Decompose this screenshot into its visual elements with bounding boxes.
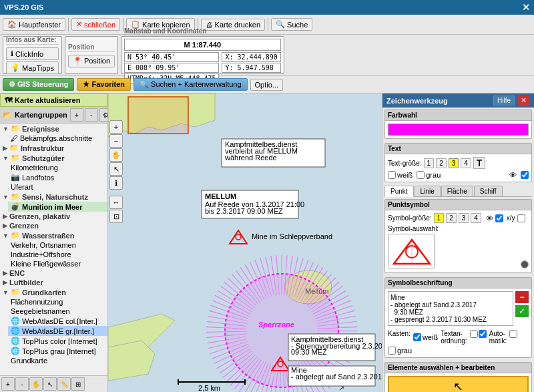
sidebar-item-topplus-color[interactable]: 🌐 TopPlus color [Internet]: [8, 336, 107, 346]
sidebar-item-schutzgueter[interactable]: ▼ 📁 Schutzgüter: [0, 153, 107, 163]
textan-cb2[interactable]: [479, 330, 487, 338]
sidebar-item-bekaempfgs[interactable]: 🖊 Bekämpfgs.abschnitte: [8, 134, 107, 143]
optionen-btn[interactable]: Optio...: [250, 79, 283, 91]
kasten-grau-cb[interactable]: [388, 347, 396, 355]
desc-delete-btn[interactable]: −: [515, 291, 529, 303]
sidebar-item-grenzen[interactable]: ▶ Grenzen: [0, 221, 107, 230]
add-group-btn[interactable]: +: [70, 108, 83, 122]
color-swatch[interactable]: [388, 124, 529, 136]
sidebar-item-grenzen-plakativ[interactable]: ▶ Grenzen, plakativ: [0, 212, 107, 221]
favoriten-btn[interactable]: ★ Favoriten: [77, 78, 131, 91]
refresh-btn[interactable]: 🗺 Karte aktualisieren: [0, 93, 107, 107]
sidebar-tree: ▼ 📁 Ereignisse 🖊 Bekämpfgs.abschnitte ▶ …: [0, 124, 107, 375]
tab-schiff[interactable]: Schiff: [474, 186, 503, 196]
position-btn[interactable]: 📍 Position: [68, 55, 115, 67]
sidebar-item-flaechennutzung[interactable]: Flächennutzung: [8, 297, 107, 307]
sidebar-item-kleine-fliess[interactable]: Kleine Fließgewässer: [8, 259, 107, 268]
sidebar-item-infrastruktur[interactable]: ▶ 📁 Infrastruktur: [0, 143, 107, 153]
sidebar-item-grundkarte[interactable]: Grundkarte: [8, 356, 107, 365]
text-size-4-btn[interactable]: 4: [461, 158, 471, 168]
text-size-3-btn[interactable]: 3: [449, 158, 459, 168]
elemente-content: ↖ ✏ bearbeiten [B] ↻ schieb+dreh [S] ⧉ d…: [385, 373, 531, 392]
sidebar-item-webatlas-col[interactable]: 🌐 WebAtlasDE col.[Inter.]: [8, 316, 107, 326]
sym-size-1[interactable]: 1: [434, 213, 445, 223]
text-T-btn[interactable]: T: [473, 157, 486, 169]
sidebar-item-ereignisse[interactable]: ▼ 📁 Ereignisse: [0, 124, 107, 134]
sidebar-item-topplus-grau[interactable]: 🌐 TopPlus grau [Internet]: [8, 346, 107, 356]
rp-close-btn[interactable]: ✕: [517, 95, 530, 106]
sym-size-2[interactable]: 2: [446, 213, 457, 223]
hauptfenster-btn[interactable]: 🏠 Hauptfenster: [3, 18, 65, 31]
remove-group-btn[interactable]: -: [85, 108, 98, 122]
text-size-1-btn[interactable]: 1: [424, 158, 435, 168]
zoom-out-map-btn[interactable]: −: [109, 134, 123, 148]
maptipps-btn[interactable]: 💡 MapTipps: [6, 61, 59, 74]
sym-auswahl-label: Symbol-auswahl:: [388, 225, 439, 232]
title-close-btn[interactable]: ✕: [522, 2, 530, 13]
sidebar-item-industrie[interactable]: Industrie+Offshore: [8, 250, 107, 259]
gis-steuerung-btn[interactable]: ⚙ GIS Steuerung: [3, 78, 74, 91]
tab-punkt[interactable]: Punkt: [384, 186, 414, 197]
settings-group-btn[interactable]: ⚙: [99, 108, 108, 122]
sym-visible-cb[interactable]: [495, 214, 503, 222]
text-size-2-btn[interactable]: 2: [436, 158, 447, 168]
text-size-label: Text-größe:: [388, 160, 422, 167]
select-cursor-btn[interactable]: ↖: [388, 376, 529, 392]
sidebar-item-kilometrierung[interactable]: Kilometrierung: [8, 163, 107, 172]
sidebar-item-luftbilder[interactable]: ▶ Luftbilder: [0, 278, 107, 287]
zoom-in-btn[interactable]: +: [1, 377, 15, 391]
sym-size-3[interactable]: 3: [459, 213, 469, 223]
dot-symbol[interactable]: [521, 260, 529, 268]
measure-dist-btn[interactable]: ↔: [109, 196, 123, 209]
arrow-map-btn[interactable]: ↖: [109, 162, 123, 176]
zoom-in-map-btn[interactable]: +: [109, 120, 123, 134]
tab-linie[interactable]: Linie: [415, 186, 441, 196]
position-icon: 📍: [73, 57, 82, 65]
select-btn[interactable]: ↖: [43, 377, 57, 391]
schliessen-btn[interactable]: ✕ schließen: [71, 18, 120, 31]
hilfe-btn[interactable]: Hilfe: [493, 95, 515, 106]
visible-cb[interactable]: [521, 171, 529, 179]
sidebar-item-sensi[interactable]: ▼ 📁 Sensi, Naturschutz: [0, 192, 107, 202]
symbol-preview-svg[interactable]: [388, 234, 435, 268]
zoom-out-btn[interactable]: -: [15, 377, 29, 391]
sidebar-item-wasserstrassen[interactable]: ▼ 📁 Wasserstraßen: [0, 230, 107, 240]
text-content: Text-größe: 1 2 3 4 T weiß grau: [385, 154, 531, 182]
tab-flaeche[interactable]: Fläche: [441, 186, 473, 196]
svg-text:09:30 MEZ: 09:30 MEZ: [291, 348, 327, 356]
pan-map-btn[interactable]: ✋: [109, 148, 123, 162]
symboldesc-content: Mine- abgelegt auf Sand 2.3.2017 9:30 ME…: [385, 288, 531, 357]
scale-display: M 1:87.440: [124, 39, 281, 51]
xy-cb[interactable]: [517, 214, 525, 222]
weiss-cb[interactable]: [388, 171, 396, 179]
folder-icon: 📁: [9, 144, 19, 152]
pan-btn[interactable]: ✋: [29, 377, 43, 391]
clickinfo-btn[interactable]: ℹ ClickInfo: [6, 47, 59, 60]
auto-cb[interactable]: [509, 330, 517, 338]
sidebar-item-uferart[interactable]: Uferart: [8, 182, 107, 192]
sidebar-tools: + - ✋ ↖ 📏 ⊞: [0, 375, 107, 392]
second-toolbar: Infos aus Karte: ℹ ClickInfo 💡 MapTipps …: [0, 35, 534, 76]
info-map-btn[interactable]: ℹ: [109, 176, 123, 190]
sidebar-item-grundkarten[interactable]: ▼ 📁 Grundkarten: [0, 287, 107, 297]
punkt-content: Symbol-größe: 1 2 3 4 👁 x/y Symbol-auswa…: [385, 210, 531, 272]
sidebar-item-munition[interactable]: 💣 Munition im Meer: [8, 202, 107, 212]
sidebar-item-webatlas-gr[interactable]: 🌐 WebAtlasDE gr.[Inter.]: [8, 326, 107, 336]
fullextent-btn[interactable]: ⊞: [71, 377, 85, 391]
kasten-weiss-cb[interactable]: [413, 333, 421, 341]
sidebar-item-landfotos[interactable]: 📷 Landfotos: [8, 172, 107, 182]
sidebar-item-seegebiete[interactable]: Seegebietsnamen: [8, 307, 107, 316]
weiss-label: weiß: [388, 171, 413, 179]
sidebar-item-verkehr[interactable]: Verkehr, Ortsnamen: [8, 240, 107, 250]
desc-check-btn[interactable]: ✓: [515, 305, 529, 317]
sym-size-4[interactable]: 4: [471, 213, 481, 223]
measure-area-btn[interactable]: ⊡: [109, 210, 123, 223]
search-karte-btn[interactable]: 🔍 Suchen + Kartenverwaltung: [134, 78, 248, 91]
map-area[interactable]: Sperrzone Kampfmittelbes.dienst verbleib…: [108, 93, 382, 392]
sidebar-item-enc[interactable]: ▶ ENC: [0, 268, 107, 278]
textan-cb1[interactable]: [470, 330, 478, 338]
measure-btn[interactable]: 📏: [57, 377, 71, 391]
infos-group: Infos aus Karte: ℹ ClickInfo 💡 MapTipps: [3, 36, 62, 74]
grau-cb[interactable]: [417, 171, 425, 179]
right-panel: Zeichenwerkzeug Hilfe ✕ Farbwahl Text Te…: [382, 93, 534, 392]
